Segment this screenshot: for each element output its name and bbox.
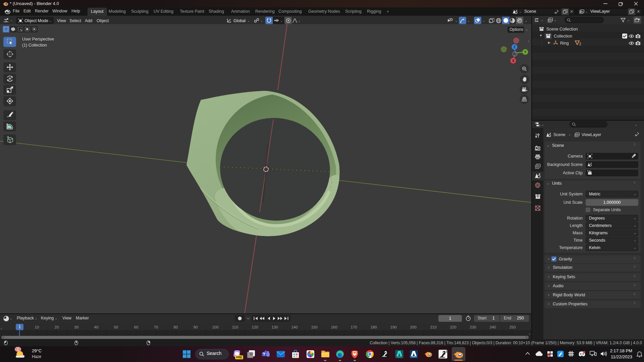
svg-text:MAYA: MAYA xyxy=(397,356,401,358)
svg-text:6: 6 xyxy=(446,350,447,353)
svg-text:AYA: AYA xyxy=(412,356,415,358)
svg-text:Z: Z xyxy=(514,45,516,49)
svg-text:X: X xyxy=(512,59,515,63)
svg-text:4: 4 xyxy=(548,354,550,357)
svg-text:Y: Y xyxy=(524,50,527,54)
